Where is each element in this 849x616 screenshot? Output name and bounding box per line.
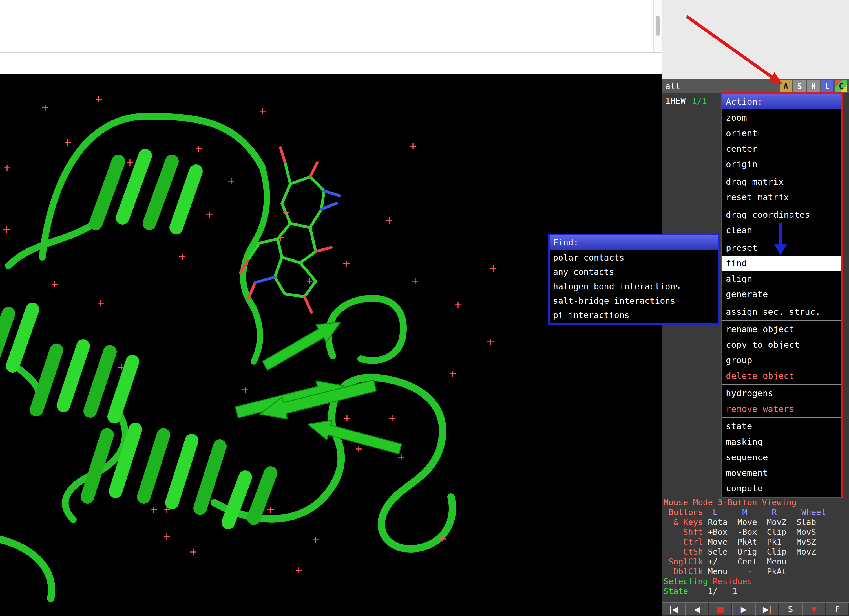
action-menu-item-reset-matrix[interactable]: reset matrix (722, 189, 842, 205)
water-cross (3, 227, 10, 233)
mouse-help: Mouse Mode 3-Button Viewing Buttons L M … (664, 498, 848, 596)
action-menu-item-center[interactable]: center (722, 141, 842, 157)
water-cross (268, 507, 274, 513)
water-cross (398, 454, 404, 460)
water-cross (52, 281, 58, 288)
browser-page-background (0, 0, 653, 52)
action-menu-item-generate[interactable]: generate (722, 286, 842, 302)
action-menu-item-orient[interactable]: orient (722, 125, 842, 141)
water-cross (228, 178, 234, 184)
pymol-window: all ASHLC 1HEW 1/1 Mouse Mode 3-Button V… (0, 0, 849, 616)
show-button[interactable]: S (794, 80, 806, 92)
water-cross (487, 339, 493, 345)
action-menu-item-state[interactable]: state (722, 419, 842, 434)
scrollbar-track[interactable] (653, 0, 663, 52)
label-button[interactable]: L (821, 80, 834, 92)
action-menu-item-rename-object[interactable]: rename object (722, 322, 842, 337)
water-cross (490, 265, 496, 271)
window-background (662, 0, 849, 79)
find-menu-item-pi-interactions[interactable]: pi interactions (550, 308, 718, 322)
find-menu-item-halogen-bond-interactions[interactable]: halogen-bond interactions (550, 279, 718, 294)
action-menu-item-align[interactable]: align (722, 271, 842, 286)
color-button[interactable]: C (835, 80, 847, 92)
water-cross (389, 415, 395, 421)
action-menu-item-find[interactable]: find (722, 255, 842, 271)
water-cross (386, 218, 392, 224)
protein-cartoon (0, 116, 453, 598)
mouse-help-line: & Keys Rota Move MovZ Slab (664, 517, 848, 527)
water-cross (64, 139, 71, 146)
action-menu-title: Action: (722, 94, 842, 109)
water-cross (450, 371, 456, 377)
action-menu-group: drag matrixreset matrix (722, 173, 842, 206)
action-button[interactable]: A (780, 80, 792, 92)
action-menu-group: drag coordinatesclean (722, 206, 842, 239)
action-menu-items: zoomorientcenterorigindrag matrixreset m… (722, 109, 842, 497)
action-menu-item-masking[interactable]: masking (722, 434, 842, 450)
mouse-help-line: State 1/ 1 (664, 586, 848, 596)
action-menu-group: rename objectcopy to objectgroupdelete o… (722, 321, 842, 385)
mouse-help-line: Buttons L M R Wheel (664, 507, 848, 517)
water-cross (196, 146, 202, 152)
find-menu-items: polar contactsany contactshalogen-bond i… (550, 250, 718, 323)
mouse-help-line: Shft +Box -Box Clip MovS (664, 527, 848, 537)
water-cross (164, 533, 170, 540)
last-frame-button[interactable]: ▶| (755, 603, 779, 616)
annotation-red-box: Action: zoomorientcenterorigindrag matri… (721, 92, 843, 498)
water-cross (4, 165, 10, 171)
action-menu-item-drag-matrix[interactable]: drag matrix (722, 174, 842, 189)
action-menu-item-group[interactable]: group (722, 353, 842, 368)
toolbar-strip (0, 53, 662, 74)
action-menu-item-sequence[interactable]: sequence (722, 450, 842, 465)
object-row-all[interactable]: all ASHLC (662, 79, 849, 93)
action-menu-item-zoom[interactable]: zoom (722, 110, 842, 125)
water-cross (190, 549, 197, 555)
water-cross (260, 108, 266, 114)
ashlc-buttons: ASHLC (780, 80, 847, 92)
mouse-help-line: Mouse Mode 3-Button Viewing (664, 498, 848, 507)
water-cross (42, 104, 48, 111)
water-cross (206, 212, 213, 218)
molecule-render (0, 74, 662, 616)
fullscreen-toggle-button[interactable]: F (826, 603, 849, 616)
action-menu-item-movement[interactable]: movement (722, 465, 842, 480)
play-button[interactable]: ▶ (732, 603, 755, 616)
seq-toggle-button[interactable]: S (779, 603, 802, 616)
prev-frame-button[interactable]: ◀ (685, 603, 709, 616)
water-cross (343, 261, 350, 267)
action-menu-item-preset[interactable]: preset (722, 240, 842, 255)
annotation-blue-box: Find: polar contactsany contactshalogen-… (548, 234, 719, 325)
3d-viewport[interactable] (0, 74, 662, 616)
action-menu-item-delete-object[interactable]: delete object (722, 368, 842, 383)
action-menu-group: assign sec. struc. (722, 303, 842, 321)
object-all-label[interactable]: all (662, 81, 681, 91)
action-menu-group: zoomorientcenterorigin (722, 109, 842, 173)
action-menu-item-compute[interactable]: compute (722, 480, 842, 496)
water-cross (127, 160, 133, 166)
first-frame-button[interactable]: |◀ (662, 603, 685, 616)
helices (0, 156, 271, 522)
water-cross (307, 278, 313, 284)
object-name[interactable]: 1HEW (662, 96, 685, 106)
rewind-button[interactable]: ▼ (802, 603, 826, 616)
action-menu-item-remove-waters[interactable]: remove waters (722, 401, 842, 416)
action-menu-item-copy-to-object[interactable]: copy to object (722, 337, 842, 353)
action-menu-item-assign-sec-struc[interactable]: assign sec. struc. (722, 304, 842, 319)
action-menu-item-hydrogens[interactable]: hydrogens (722, 386, 842, 401)
water-cross (412, 278, 418, 284)
find-menu-item-any-contacts[interactable]: any contacts (550, 265, 718, 279)
water-cross (179, 254, 185, 260)
hide-button[interactable]: H (807, 80, 820, 92)
action-menu-item-origin[interactable]: origin (722, 157, 842, 172)
water-cross (356, 446, 362, 452)
find-menu-item-salt-bridge-interactions[interactable]: salt-bridge interactions (550, 294, 718, 308)
scrollbar-thumb[interactable] (656, 15, 660, 36)
action-menu-item-drag-coordinates[interactable]: drag coordinates (722, 207, 842, 222)
mouse-help-line: DblClk Menu - PkAt (664, 567, 848, 577)
mouse-help-line: CtSh Sele Orig Clip MovZ (664, 547, 848, 557)
action-menu-item-clean[interactable]: clean (722, 222, 842, 238)
stop-button[interactable]: ■ (709, 603, 732, 616)
water-cross (98, 300, 104, 306)
find-menu-item-polar-contacts[interactable]: polar contacts (550, 251, 718, 265)
water-cross (344, 415, 350, 421)
